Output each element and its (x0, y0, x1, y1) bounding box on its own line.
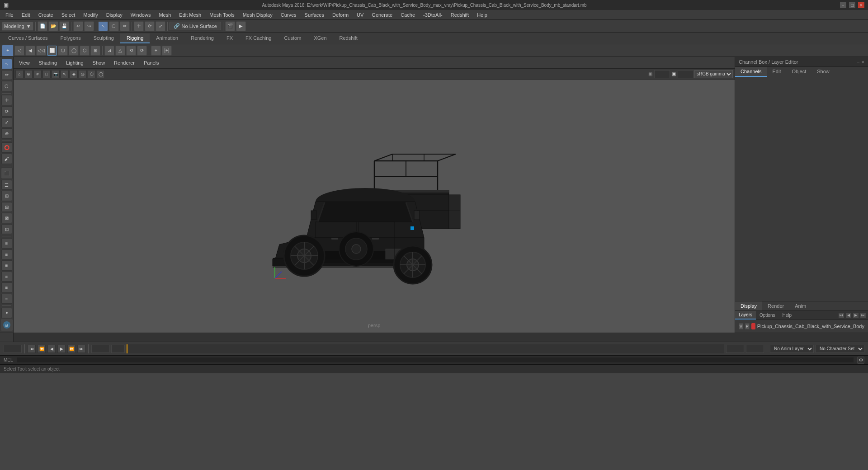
gamma-input[interactable]: 1.00 (678, 70, 693, 78)
display-tool-8[interactable]: ≡ (1, 249, 12, 260)
tab-polygons[interactable]: Polygons (54, 33, 87, 43)
menu-item-file[interactable]: File (2, 11, 17, 19)
panel-close-icon[interactable]: × (862, 59, 864, 65)
tab-curves-surfaces[interactable]: Curves / Surfaces (2, 33, 54, 43)
display-tab[interactable]: Display (735, 301, 762, 310)
max-frame-input[interactable]: 200 (746, 345, 764, 353)
help-tab[interactable]: Help (778, 311, 795, 319)
paint-select-button[interactable]: ✏ (120, 21, 130, 31)
layer-nav-last[interactable]: ⏭ (860, 312, 866, 319)
display-tool-9[interactable]: ≡ (1, 260, 12, 271)
show-tab[interactable]: Show (811, 67, 835, 77)
play-back-button[interactable]: ◀ (47, 345, 56, 353)
sculpt-tool[interactable]: 🖌 (1, 154, 12, 164)
universal-tool[interactable]: ⊕ (1, 128, 12, 139)
menu-item-redshift[interactable]: Redshift (447, 11, 472, 19)
select-tool-button[interactable]: ↖ (98, 21, 108, 31)
tab-animation[interactable]: Animation (150, 33, 184, 43)
scale-tool-button[interactable]: ⤢ (156, 21, 165, 31)
menu-item-surfaces[interactable]: Surfaces (301, 11, 328, 19)
vp-xray-btn[interactable]: ◎ (79, 70, 87, 78)
view-menu[interactable]: View (15, 59, 33, 66)
end-frame-input[interactable]: 120 (726, 345, 744, 353)
close-button[interactable]: × (858, 2, 864, 8)
display-tool-2[interactable]: ☰ (1, 180, 12, 190)
skip-to-start-button[interactable]: ⏮ (28, 345, 36, 353)
rigging-tool-1[interactable]: ✦ (2, 45, 14, 56)
playhead[interactable] (127, 344, 127, 353)
options-tab[interactable]: Options (756, 311, 778, 319)
vp-wire-btn[interactable]: ⬡ (88, 70, 96, 78)
misc-tool[interactable]: ✦ (1, 308, 12, 318)
tick-frame-input[interactable]: 1 (111, 345, 125, 353)
display-tool-5[interactable]: ⊠ (1, 213, 12, 223)
menu-item-mesh-display[interactable]: Mesh Display (239, 11, 276, 19)
exposure-input[interactable]: 0.00 (654, 70, 670, 78)
display-tool-7[interactable]: ≡ (1, 238, 12, 249)
display-tool-12[interactable]: ≡ (1, 294, 12, 304)
display-tool-10[interactable]: ≡ (1, 272, 12, 282)
layer-nav-prev[interactable]: ◀ (845, 312, 852, 319)
command-input[interactable] (17, 357, 854, 362)
edit-tab[interactable]: Edit (767, 67, 786, 77)
rigging-tool-8[interactable]: ⬡ (80, 46, 90, 56)
rigging-tool-15[interactable]: |+| (162, 46, 172, 56)
rigging-tool-14[interactable]: + (151, 46, 161, 56)
move-tool-button[interactable]: ✛ (134, 21, 144, 31)
menu-item-mesh-tools[interactable]: Mesh Tools (206, 11, 238, 19)
character-set-dropdown[interactable]: No Character Set (816, 345, 864, 353)
panels-menu[interactable]: Panels (140, 59, 163, 66)
menu-item-display[interactable]: Display (103, 11, 126, 19)
layer-p-toggle[interactable]: P (745, 323, 750, 329)
rigging-tool-6[interactable]: ⬡ (58, 46, 68, 56)
play-forward-button[interactable]: ▶ (57, 345, 66, 353)
vp-smooth-btn[interactable]: ◯ (97, 70, 105, 78)
gamma-dropdown[interactable]: sRGB gamma (694, 70, 733, 78)
menu-item-cache[interactable]: Cache (397, 11, 419, 19)
lasso-tool[interactable]: ⬡ (1, 81, 12, 91)
lasso-tool-button[interactable]: ⬡ (109, 21, 119, 31)
menu-item-windows[interactable]: Windows (127, 11, 155, 19)
menu-item-mesh[interactable]: Mesh (155, 11, 175, 19)
minimize-button[interactable]: − (840, 2, 846, 8)
rigging-tool-11[interactable]: △ (115, 46, 125, 56)
mode-dropdown[interactable]: Modeling ▼ (2, 22, 33, 31)
step-back-button[interactable]: ⏪ (38, 345, 46, 353)
display-tool-3[interactable]: ⊞ (1, 191, 12, 201)
vp-zoom-btn[interactable]: ⊕ (24, 70, 33, 78)
soft-mod-tool[interactable]: ⭕ (1, 142, 12, 153)
vp-iso-btn[interactable]: ◈ (70, 70, 78, 78)
rigging-tool-4[interactable]: ◁◁ (36, 46, 46, 56)
undo-button[interactable]: ↩ (73, 21, 83, 31)
mel-icon[interactable]: M (1, 319, 13, 331)
rigging-tool-3[interactable]: ◀ (25, 46, 35, 56)
rigging-tool-13[interactable]: ⟳ (137, 46, 147, 56)
redo-button[interactable]: ↪ (84, 21, 94, 31)
vp-sel-btn[interactable]: ↖ (61, 70, 69, 78)
current-frame-input[interactable]: 1 (4, 345, 22, 353)
tab-fx-caching[interactable]: FX Caching (239, 33, 278, 43)
menu-item-help[interactable]: Help (473, 11, 491, 19)
tab-fx[interactable]: FX (220, 33, 239, 43)
menu-item-edit[interactable]: Edit (18, 11, 34, 19)
layer-nav-first[interactable]: ⏮ (838, 312, 844, 319)
new-file-button[interactable]: 📄 (38, 21, 47, 31)
renderer-menu[interactable]: Renderer (110, 59, 138, 66)
lighting-menu[interactable]: Lighting (62, 59, 87, 66)
menu-item-deform[interactable]: Deform (329, 11, 352, 19)
render-tab[interactable]: Render (762, 301, 789, 310)
render-button[interactable]: 🎬 (225, 21, 235, 31)
maximize-button[interactable]: □ (849, 2, 855, 8)
open-file-button[interactable]: 📂 (48, 21, 58, 31)
rotate-tool[interactable]: ⟳ (1, 106, 12, 117)
menu-item-modify[interactable]: Modify (80, 11, 101, 19)
step-forward-button[interactable]: ⏩ (67, 345, 75, 353)
rigging-tool-2[interactable]: ◁ (14, 46, 24, 56)
menu-item-curves[interactable]: Curves (277, 11, 300, 19)
panel-minimize-icon[interactable]: − (857, 59, 859, 65)
tab-custom[interactable]: Custom (278, 33, 308, 43)
anim-layer-dropdown[interactable]: No Anim Layer (770, 345, 814, 353)
display-tool-11[interactable]: ≡ (1, 282, 12, 293)
rigging-tool-9[interactable]: ⊞ (90, 46, 100, 56)
scale-tool[interactable]: ⤢ (1, 118, 12, 128)
